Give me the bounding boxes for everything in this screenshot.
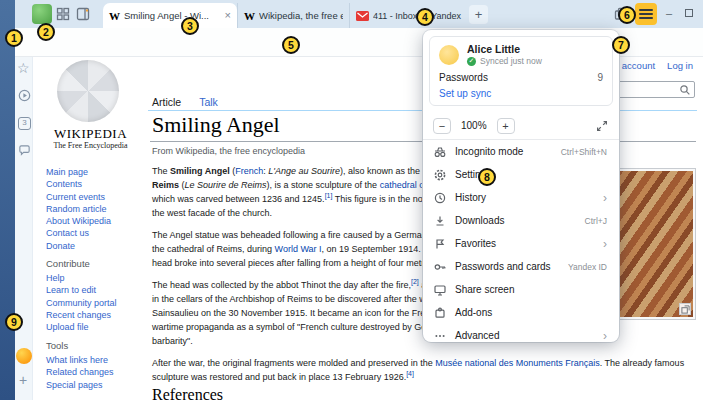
tab-yandex-mail[interactable]: 411 - Inbox — Yandex Mail xyxy=(349,3,469,28)
wikipedia-logo-tagline: The Free Encyclopedia xyxy=(33,141,148,150)
zoom-out-button[interactable]: − xyxy=(433,118,451,134)
fullscreen-icon[interactable] xyxy=(595,119,609,133)
nav-random-article[interactable]: Random article xyxy=(46,203,151,215)
passwords-label[interactable]: Passwords xyxy=(439,72,488,83)
image-enlarge-icon[interactable] xyxy=(679,303,691,315)
maximize-icon xyxy=(685,9,693,17)
tab-talk[interactable]: Talk xyxy=(199,96,218,108)
menu-item-shortcut: Ctrl+J xyxy=(585,216,607,226)
tab-title: Smiling Angel - Wi... xyxy=(124,10,221,21)
key-icon xyxy=(433,260,447,274)
puzzle-icon xyxy=(433,306,447,320)
contribute-header: Contribute xyxy=(46,258,90,269)
menu-item-history[interactable]: History › xyxy=(423,186,619,209)
menu-item-label: Settings xyxy=(455,169,599,180)
yandex-services-icon[interactable] xyxy=(16,348,32,364)
menu-item-label: Downloads xyxy=(455,215,577,226)
set-up-sync-link[interactable]: Set up sync xyxy=(439,88,603,99)
article-paragraph: After the war, the original fragments we… xyxy=(152,356,622,384)
nav-current-events[interactable]: Current events xyxy=(46,191,151,203)
menu-item-downloads[interactable]: Downloads Ctrl+J xyxy=(423,209,619,232)
nav-about-wikipedia[interactable]: About Wikipedia xyxy=(46,215,151,227)
tab-title: Wikipedia, the free encyclo... xyxy=(259,10,343,21)
menu-item-label: Share screen xyxy=(455,284,599,295)
callout-4: 4 xyxy=(416,8,434,26)
nav-learn-to-edit[interactable]: Learn to edit xyxy=(46,284,151,296)
nav-community-portal[interactable]: Community portal xyxy=(46,297,151,309)
tab-smiling-angel[interactable]: W Smiling Angel - Wi... × xyxy=(103,3,237,28)
nav-recent-changes[interactable]: Recent changes xyxy=(46,309,151,321)
tab-article[interactable]: Article xyxy=(152,96,181,108)
add-panel-icon[interactable]: + xyxy=(19,372,27,388)
callout-2: 2 xyxy=(37,23,55,41)
tab-counter-badge[interactable]: 3 xyxy=(18,117,31,130)
callout-6: 6 xyxy=(618,6,636,24)
maximize-button[interactable] xyxy=(681,5,697,21)
wikipedia-logo[interactable] xyxy=(57,60,119,122)
menu-item-settings[interactable]: Settings xyxy=(423,163,619,186)
wikipedia-wordmark: WIKIPEDIA xyxy=(33,126,148,142)
messenger-icon[interactable] xyxy=(18,144,31,157)
nav-main-page[interactable]: Main page xyxy=(46,166,151,178)
nav-upload-file[interactable]: Upload file xyxy=(46,321,151,333)
wiki-nav-tools: What links here Related changes Special … xyxy=(46,354,151,391)
sync-status-card[interactable]: Alice Little Synced just now Passwords 9… xyxy=(429,36,613,106)
yandex-id-badge: Yandex ID xyxy=(568,262,607,272)
chevron-right-icon: › xyxy=(603,330,607,342)
chevron-right-icon: › xyxy=(603,192,607,204)
callout-7: 7 xyxy=(612,36,630,54)
zoom-level: 100% xyxy=(461,120,487,131)
wiki-nav-contribute: Help Learn to edit Community portal Rece… xyxy=(46,272,151,333)
tableau-button[interactable] xyxy=(55,6,71,22)
callout-8: 8 xyxy=(478,168,496,186)
new-tab-button[interactable]: + xyxy=(469,5,488,24)
tab-wikipedia-home[interactable]: W Wikipedia, the free encyclo... xyxy=(237,3,349,28)
nav-what-links-here[interactable]: What links here xyxy=(46,354,151,366)
log-in-link[interactable]: Log in xyxy=(667,60,693,71)
menu-item-label: Advanced xyxy=(455,330,595,341)
zoom-controls: − 100% + xyxy=(423,112,619,140)
bookmarks-star-icon[interactable]: ☆ xyxy=(17,60,30,76)
chevron-right-icon: › xyxy=(603,238,607,250)
nav-help[interactable]: Help xyxy=(46,272,151,284)
zoom-in-button[interactable]: + xyxy=(497,118,515,134)
sync-check-icon xyxy=(467,57,476,66)
sidebar-toggle-button[interactable] xyxy=(75,6,91,22)
passwords-count: 9 xyxy=(597,72,603,83)
tab-bar: W Smiling Angel - Wi... × W Wikipedia, t… xyxy=(15,0,703,28)
menu-item-share-screen[interactable]: Share screen xyxy=(423,278,619,301)
menu-item-advanced[interactable]: Advanced › xyxy=(423,324,619,342)
download-icon xyxy=(433,214,447,228)
callout-1: 1 xyxy=(5,29,23,47)
browser-menu-button[interactable] xyxy=(635,3,657,25)
references-heading: References xyxy=(152,386,223,400)
minimize-button[interactable]: – xyxy=(661,5,677,21)
callout-5: 5 xyxy=(282,36,300,54)
wikipedia-favicon: W xyxy=(244,10,255,22)
article-image-thumbnail[interactable] xyxy=(612,168,696,320)
nav-contact-us[interactable]: Contact us xyxy=(46,227,151,239)
menu-item-incognito[interactable]: Incognito mode Ctrl+Shift+N xyxy=(423,140,619,163)
menu-item-shortcut: Ctrl+Shift+N xyxy=(561,147,607,157)
nav-contents[interactable]: Contents xyxy=(46,178,151,190)
gear-icon xyxy=(433,168,447,182)
profile-avatar[interactable] xyxy=(32,4,52,24)
wikipedia-favicon: W xyxy=(109,10,120,22)
menu-item-passwords-cards[interactable]: Passwords and cards Yandex ID xyxy=(423,255,619,278)
flag-icon xyxy=(433,237,447,251)
menu-item-add-ons[interactable]: Add-ons xyxy=(423,301,619,324)
nav-donate[interactable]: Donate xyxy=(46,240,151,252)
nav-related-changes[interactable]: Related changes xyxy=(46,366,151,378)
nav-special-pages[interactable]: Special pages xyxy=(46,379,151,391)
search-icon[interactable] xyxy=(679,84,691,96)
history-clock-icon xyxy=(433,191,447,205)
video-play-icon[interactable] xyxy=(18,89,31,102)
menu-item-label: Add-ons xyxy=(455,307,599,318)
user-name: Alice Little xyxy=(467,43,542,55)
menu-item-label: Incognito mode xyxy=(455,146,553,157)
menu-item-favorites[interactable]: Favorites › xyxy=(423,232,619,255)
user-avatar xyxy=(439,45,459,65)
callout-9: 9 xyxy=(5,313,23,331)
browser-menu-dropdown: Alice Little Synced just now Passwords 9… xyxy=(423,30,619,342)
tab-close-icon[interactable]: × xyxy=(225,10,231,21)
